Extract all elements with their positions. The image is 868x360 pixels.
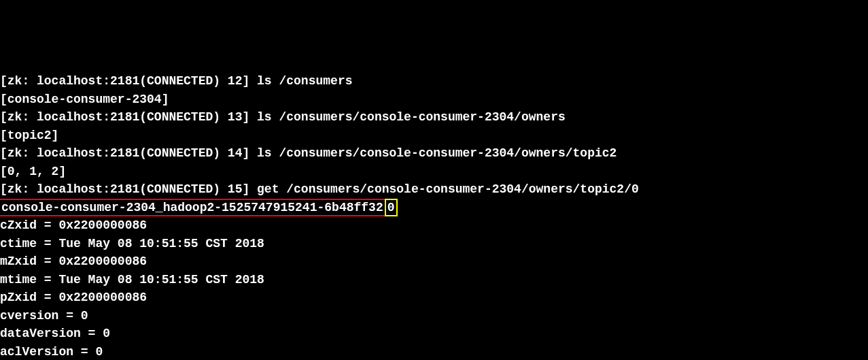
prompt: [zk: localhost:2181(CONNECTED) 12] (0, 74, 257, 88)
output-text: mZxid = 0x2200000086 (0, 252, 868, 271)
output-text: aclVersion = 0 (0, 343, 868, 361)
output-text: [0, 1, 2] (0, 163, 868, 181)
output-text: dataVersion = 0 (0, 325, 868, 343)
output-text: [topic2] (0, 127, 868, 145)
command-text: get /consumers/console-consumer-2304/own… (257, 182, 639, 196)
command-text: ls /consumers (257, 74, 352, 88)
yellow-highlight-box: 0 (385, 199, 398, 216)
red-highlight-box: console-consumer-2304_hadoop2-1525747915… (0, 199, 386, 216)
prompt: [zk: localhost:2181(CONNECTED) 14] (0, 146, 257, 160)
terminal-line: [zk: localhost:2181(CONNECTED) 12] ls /c… (0, 72, 868, 91)
output-text: ctime = Tue May 08 10:51:55 CST 2018 (0, 235, 868, 253)
terminal-line: [zk: localhost:2181(CONNECTED) 15] get /… (0, 180, 868, 199)
output-text: mtime = Tue May 08 10:51:55 CST 2018 (0, 271, 868, 289)
highlighted-output: console-consumer-2304_hadoop2-1525747915… (0, 199, 868, 217)
terminal-line: [zk: localhost:2181(CONNECTED) 14] ls /c… (0, 144, 868, 163)
terminal-line: [zk: localhost:2181(CONNECTED) 13] ls /c… (0, 108, 868, 127)
prompt: [zk: localhost:2181(CONNECTED) 15] (0, 182, 257, 196)
terminal-output[interactable]: [zk: localhost:2181(CONNECTED) 12] ls /c… (0, 72, 868, 360)
output-text: pZxid = 0x2200000086 (0, 289, 868, 307)
prompt: [zk: localhost:2181(CONNECTED) 13] (0, 110, 257, 124)
output-text: [console-consumer-2304] (0, 91, 868, 109)
output-text: cZxid = 0x2200000086 (0, 216, 868, 235)
command-text: ls /consumers/console-consumer-2304/owne… (257, 110, 566, 124)
command-text: ls /consumers/console-consumer-2304/owne… (257, 146, 617, 160)
output-text: cversion = 0 (0, 307, 868, 325)
